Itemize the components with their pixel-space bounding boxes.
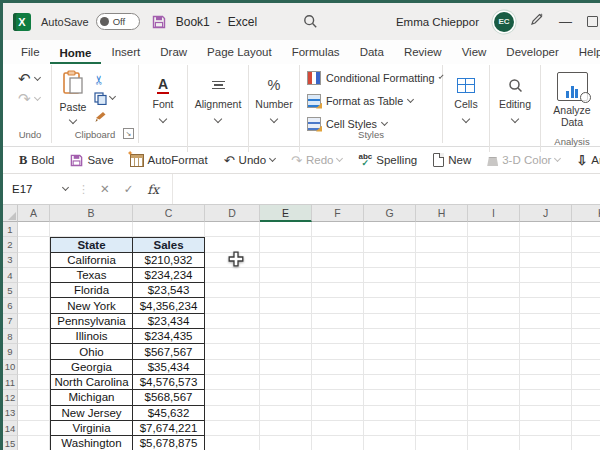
column-header-j[interactable]: J xyxy=(520,205,572,222)
cell-H6[interactable] xyxy=(416,298,468,313)
bold-button[interactable]: B Bold xyxy=(19,153,54,168)
clipboard-dialog-launcher-icon[interactable]: ↘ xyxy=(123,128,134,139)
column-header-c[interactable]: C xyxy=(133,205,205,222)
cell-J1[interactable] xyxy=(520,222,572,237)
cell-E10[interactable] xyxy=(260,360,312,375)
minimize-button[interactable]: — xyxy=(559,14,572,29)
cell-E12[interactable] xyxy=(260,390,312,405)
column-header-h[interactable]: H xyxy=(416,205,468,222)
cell-E14[interactable] xyxy=(260,421,312,436)
cell-K10[interactable] xyxy=(572,360,600,375)
cell-B6[interactable]: New York xyxy=(50,298,133,313)
cell-J10[interactable] xyxy=(520,360,572,375)
editing-group[interactable]: Editing xyxy=(490,65,541,152)
cell-B8[interactable]: Illinois xyxy=(50,329,133,344)
chevron-down-icon[interactable] xyxy=(69,116,77,124)
chevron-down-icon[interactable] xyxy=(462,115,470,123)
cell-I1[interactable] xyxy=(468,222,520,237)
cell-H1[interactable] xyxy=(416,222,468,237)
cell-A1[interactable] xyxy=(18,222,50,237)
cell-J12[interactable] xyxy=(520,390,572,405)
row-header-14[interactable]: 14 xyxy=(3,421,18,436)
tab-file[interactable]: File xyxy=(11,46,50,64)
drag-dots-icon[interactable]: ⋮ xyxy=(74,183,93,196)
chevron-down-icon[interactable] xyxy=(269,155,276,162)
qat-redo-button[interactable]: ↷ Redo xyxy=(291,154,342,167)
cell-E15[interactable] xyxy=(260,436,312,450)
cell-K12[interactable] xyxy=(572,390,600,405)
cell-I4[interactable] xyxy=(468,268,520,283)
cell-K2[interactable] xyxy=(572,237,600,252)
cell-B14[interactable]: Virginia xyxy=(50,421,133,436)
cell-G14[interactable] xyxy=(364,421,416,436)
cell-I8[interactable] xyxy=(468,329,520,344)
cell-G15[interactable] xyxy=(364,436,416,450)
cell-A12[interactable] xyxy=(18,390,50,405)
column-header-k[interactable]: K xyxy=(572,205,600,222)
cell-I5[interactable] xyxy=(468,283,520,298)
autoformat-button[interactable]: AutoFormat xyxy=(130,154,208,167)
cell-H8[interactable] xyxy=(416,329,468,344)
name-box[interactable]: E17 xyxy=(3,174,74,204)
cell-K11[interactable] xyxy=(572,375,600,390)
cell-A15[interactable] xyxy=(18,436,50,450)
search-icon[interactable] xyxy=(303,14,318,33)
cell-A10[interactable] xyxy=(18,360,50,375)
cell-D4[interactable] xyxy=(205,268,260,283)
row-header-6[interactable]: 6 xyxy=(3,298,18,313)
qat-undo-button[interactable]: ↶ Undo xyxy=(224,154,275,167)
cell-J14[interactable] xyxy=(520,421,572,436)
cell-K15[interactable] xyxy=(572,436,600,450)
cell-C15[interactable]: $5,678,875 xyxy=(133,436,205,450)
avatar[interactable]: EC xyxy=(494,12,514,32)
maximize-button[interactable] xyxy=(587,16,598,27)
cell-C7[interactable]: $23,434 xyxy=(133,314,205,329)
cell-G4[interactable] xyxy=(364,268,416,283)
cell-G6[interactable] xyxy=(364,298,416,313)
cell-J3[interactable] xyxy=(520,253,572,268)
format-as-table-button[interactable]: Format as Table xyxy=(307,90,442,111)
cell-F14[interactable] xyxy=(312,421,364,436)
cell-C12[interactable]: $568,567 xyxy=(133,390,205,405)
chevron-down-icon[interactable] xyxy=(270,115,278,123)
cell-H4[interactable] xyxy=(416,268,468,283)
cell-A14[interactable] xyxy=(18,421,50,436)
row-header-13[interactable]: 13 xyxy=(3,406,18,421)
arrow-down-button[interactable]: ⇩ Arrow: Down xyxy=(576,153,600,168)
cell-F9[interactable] xyxy=(312,344,364,359)
row-header-4[interactable]: 4 xyxy=(3,268,18,283)
cell-K9[interactable] xyxy=(572,344,600,359)
cell-J15[interactable] xyxy=(520,436,572,450)
tab-page-layout[interactable]: Page Layout xyxy=(197,46,282,64)
row-header-2[interactable]: 2 xyxy=(3,237,18,252)
cell-F8[interactable] xyxy=(312,329,364,344)
row-header-3[interactable]: 3 xyxy=(3,253,18,268)
cell-E4[interactable] xyxy=(260,268,312,283)
cell-A8[interactable] xyxy=(18,329,50,344)
user-name[interactable]: Emma Chieppor xyxy=(396,16,479,28)
cell-A7[interactable] xyxy=(18,314,50,329)
cell-H14[interactable] xyxy=(416,421,468,436)
chevron-down-icon[interactable] xyxy=(62,184,69,191)
cell-K3[interactable] xyxy=(572,253,600,268)
conditional-formatting-button[interactable]: Conditional Formatting xyxy=(307,67,442,88)
cell-H5[interactable] xyxy=(416,283,468,298)
cell-B2[interactable]: State xyxy=(50,237,133,252)
cell-J11[interactable] xyxy=(520,375,572,390)
cell-E1[interactable] xyxy=(260,222,312,237)
cell-B5[interactable]: Florida xyxy=(50,283,133,298)
cell-G11[interactable] xyxy=(364,375,416,390)
tab-view[interactable]: View xyxy=(452,46,497,64)
cell-E11[interactable] xyxy=(260,375,312,390)
autosave-toggle[interactable]: Off xyxy=(96,13,140,30)
cell-D8[interactable] xyxy=(205,329,260,344)
cell-K14[interactable] xyxy=(572,421,600,436)
cell-K5[interactable] xyxy=(572,283,600,298)
undo-button[interactable]: ↶ xyxy=(18,72,51,85)
cut-button[interactable]: ✂ xyxy=(94,73,115,87)
cell-H13[interactable] xyxy=(416,406,468,421)
chevron-down-icon[interactable] xyxy=(109,93,116,100)
cell-I12[interactable] xyxy=(468,390,520,405)
cell-H2[interactable] xyxy=(416,237,468,252)
cell-I15[interactable] xyxy=(468,436,520,450)
